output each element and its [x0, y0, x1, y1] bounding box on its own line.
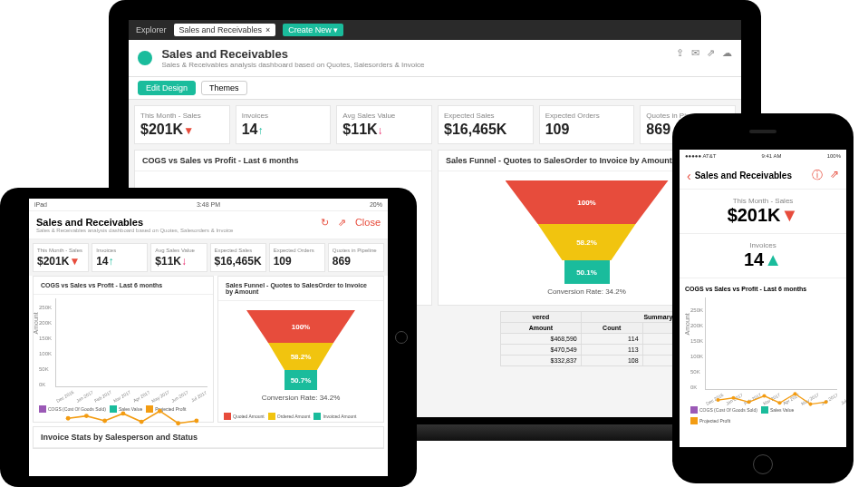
kpi-quotes[interactable]: Quotes in Pipeline869 [328, 243, 384, 272]
page-subtitle: Sales & Receivables analysis dashboard b… [36, 228, 233, 233]
explorer-link[interactable]: Explorer [136, 25, 167, 34]
down-arrow-icon: ↓ [378, 124, 383, 137]
back-icon[interactable]: ‹ [687, 169, 691, 183]
create-new-button[interactable]: Create New ▾ [283, 24, 343, 36]
panel-title: COGS vs Sales vs Profit - Last 6 months [135, 151, 431, 171]
kpi-invoices[interactable]: Invoices 14▲ [680, 234, 846, 278]
kpi-expected-sales[interactable]: Expected Sales$16,465K [438, 105, 534, 144]
panel-cogs: COGS vs Sales vs Profit - Last 6 months … [680, 278, 846, 430]
funnel-ordered: 58.2% [538, 224, 636, 260]
tablet-device: iPad 3:48 PM 20% Sales and Receivables S… [0, 188, 417, 487]
svg-point-4 [140, 420, 144, 424]
tab-sales-receivables[interactable]: Sales and Receivables × [174, 24, 276, 36]
down-arrow-icon: ▼ [183, 124, 194, 137]
home-button[interactable] [753, 454, 773, 474]
phone-device: ●●●●● AT&T 9:41 AM 100% ‹ Sales and Rece… [672, 113, 854, 483]
kpi-avg-sales[interactable]: Avg Sales Value$11K↓ [336, 105, 432, 144]
page-title: Sales and Receivables [161, 47, 424, 61]
phone-screen: ●●●●● AT&T 9:41 AM 100% ‹ Sales and Rece… [680, 150, 846, 447]
status-bar: ●●●●● AT&T 9:41 AM 100% [680, 150, 846, 162]
themes-tab[interactable]: Themes [201, 81, 247, 95]
kpi-avg-sales[interactable]: Avg Sales Value$11K↓ [150, 243, 207, 272]
close-button[interactable]: Close [355, 217, 381, 229]
bar-chart[interactable]: Amount 0K 50K 100K 150K 200K 250K Dec 20… [685, 296, 841, 404]
kpi-expected-sales[interactable]: Expected Sales$16,465K [210, 243, 266, 272]
chart-legend: COGS (Cost Of Goods Sold) Sales Value Pr… [685, 404, 841, 426]
funnel-legend: Quoted Amount Ordered Amount Invoiced Am… [218, 411, 383, 422]
dashboard-header: Sales and Receivables Sales & Receivable… [129, 40, 741, 77]
kpi-invoices[interactable]: Invoices14↑ [92, 243, 148, 272]
panel-cogs: COGS vs Sales vs Profit - Last 6 months … [33, 276, 214, 423]
panel-invoice-stats: Invoice Stats by Salesperson and Status [33, 426, 384, 449]
funnel-quoted: 100% [506, 180, 669, 224]
chart-legend: COGS (Cost Of Goods Sold) Sales Value Pr… [34, 404, 213, 414]
svg-point-0 [66, 416, 71, 421]
phone-speaker [749, 130, 776, 133]
up-arrow-icon: ▲ [764, 249, 782, 269]
kpi-expected-orders[interactable]: Expected Orders109 [269, 243, 325, 272]
kpi-sales[interactable]: This Month - Sales$201K▼ [33, 243, 89, 272]
mail-icon[interactable]: ✉ [691, 47, 699, 59]
page-title: Sales and Receivables [695, 171, 812, 180]
nav-header: ‹ Sales and Receivables ⓘ ⇗ [680, 162, 846, 190]
cloud-icon[interactable]: ☁ [722, 47, 732, 59]
refresh-icon[interactable]: ↻ [321, 217, 329, 229]
share-icon[interactable]: ⇗ [338, 217, 346, 229]
kpi-row: This Month - Sales$201K▼ Invoices14↑ Avg… [29, 239, 388, 276]
app-topbar: Explorer Sales and Receivables × Create … [129, 20, 741, 40]
dashboard-logo-icon [138, 51, 152, 65]
status-bar: iPad 3:48 PM 20% [29, 199, 388, 211]
edit-design-tab[interactable]: Edit Design [138, 81, 196, 95]
svg-point-2 [102, 419, 107, 424]
page-subtitle: Sales & Receivables analysis dashboard b… [161, 61, 424, 69]
svg-point-7 [194, 419, 198, 424]
up-arrow-icon: ↑ [257, 124, 263, 137]
conversion-rate: Conversion Rate: 34.2% [547, 287, 626, 296]
down-arrow-icon: ▼ [781, 205, 799, 225]
kpi-sales[interactable]: This Month - Sales$201K▼ [134, 105, 230, 144]
share-icon[interactable]: ⇗ [707, 47, 715, 59]
panel-funnel: Sales Funnel - Quotes to SalesOrder to I… [217, 276, 384, 423]
funnel-chart[interactable]: 100% 58.2% 50.7% Conversion Rate: 34.2% [218, 301, 383, 411]
tablet-screen: iPad 3:48 PM 20% Sales and Receivables S… [29, 199, 388, 476]
svg-point-6 [176, 421, 180, 425]
funnel-invoiced: 50.1% [564, 260, 610, 284]
bar-chart[interactable]: Amount 0K 50K 100K 150K 200K 250K Dec 20… [34, 295, 213, 404]
svg-point-12 [777, 401, 781, 404]
kpi-row: This Month - Sales$201K▼ Invoices14↑ Avg… [129, 100, 741, 150]
upload-icon[interactable]: ⇪ [676, 47, 684, 59]
dashboard-header: Sales and Receivables Sales & Receivable… [29, 211, 388, 239]
share-icon[interactable]: ⇗ [830, 168, 839, 183]
kpi-expected-orders[interactable]: Expected Orders109 [539, 105, 635, 144]
info-icon[interactable]: ⓘ [812, 168, 823, 183]
svg-point-11 [762, 394, 766, 397]
close-icon[interactable]: × [265, 25, 270, 34]
page-title: Sales and Receivables [36, 217, 233, 228]
kpi-invoices[interactable]: Invoices14↑ [236, 105, 332, 144]
kpi-sales[interactable]: This Month - Sales $201K▼ [680, 190, 846, 234]
view-tabs: Edit Design Themes [129, 77, 741, 100]
home-button[interactable] [395, 331, 408, 344]
